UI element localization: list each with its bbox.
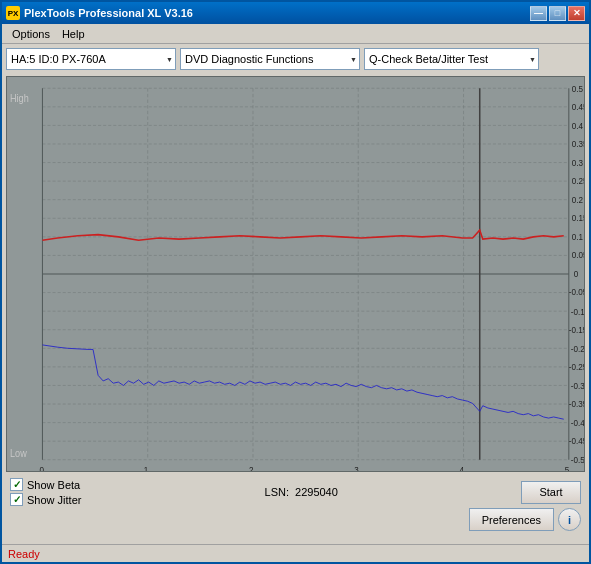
svg-text:-0.45: -0.45 <box>569 436 584 447</box>
close-button[interactable]: ✕ <box>568 6 585 21</box>
title-bar-left: PX PlexTools Professional XL V3.16 <box>6 6 193 20</box>
svg-text:-0.3: -0.3 <box>571 380 584 391</box>
svg-text:2: 2 <box>249 465 254 471</box>
svg-text:0.2: 0.2 <box>572 195 583 206</box>
lsn-label: LSN: <box>265 486 289 498</box>
menu-options[interactable]: Options <box>6 26 56 42</box>
svg-text:-0.2: -0.2 <box>571 343 584 354</box>
svg-text:Low: Low <box>10 448 27 460</box>
toolbar: HA:5 ID:0 PX-760A DVD Diagnostic Functio… <box>2 44 589 74</box>
bottom-row1: Show Beta Show Jitter LSN: 2295040 Start <box>10 478 581 506</box>
test-select[interactable]: Q-Check Beta/Jitter Test <box>364 48 539 70</box>
svg-text:High: High <box>10 92 29 104</box>
svg-text:-0.35: -0.35 <box>569 398 584 409</box>
menu-help[interactable]: Help <box>56 26 91 42</box>
function-select[interactable]: DVD Diagnostic Functions <box>180 48 360 70</box>
svg-text:-0.1: -0.1 <box>571 306 584 317</box>
bottom-panel: Show Beta Show Jitter LSN: 2295040 Start… <box>2 474 589 544</box>
svg-text:0.05: 0.05 <box>572 250 584 261</box>
preferences-button[interactable]: Preferences <box>469 508 554 531</box>
svg-text:0.15: 0.15 <box>572 213 584 224</box>
svg-text:-0.4: -0.4 <box>571 418 584 429</box>
svg-text:0: 0 <box>574 269 579 280</box>
show-jitter-label: Show Jitter <box>10 493 81 506</box>
svg-text:0.45: 0.45 <box>572 101 584 112</box>
svg-text:5: 5 <box>565 465 570 471</box>
test-select-wrapper: Q-Check Beta/Jitter Test <box>364 48 539 70</box>
svg-text:4: 4 <box>459 465 464 471</box>
svg-text:3: 3 <box>354 465 359 471</box>
show-jitter-text: Show Jitter <box>27 494 81 506</box>
checkboxes-column: Show Beta Show Jitter <box>10 478 81 506</box>
lsn-section: LSN: 2295040 <box>265 486 338 498</box>
svg-text:-0.05: -0.05 <box>569 287 584 298</box>
svg-text:-0.25: -0.25 <box>569 361 584 372</box>
status-bar: Ready <box>2 544 589 562</box>
show-beta-text: Show Beta <box>27 479 80 491</box>
drive-select-wrapper: HA:5 ID:0 PX-760A <box>6 48 176 70</box>
bottom-row2: Preferences i <box>10 508 581 531</box>
svg-text:0: 0 <box>39 465 44 471</box>
svg-text:0.25: 0.25 <box>572 176 584 187</box>
svg-text:-0.15: -0.15 <box>569 324 584 335</box>
chart-area: 0.5 0.45 0.4 0.35 0.3 0.25 0.2 0.15 0.1 … <box>6 76 585 472</box>
svg-text:0.4: 0.4 <box>572 120 583 131</box>
app-icon: PX <box>6 6 20 20</box>
window-title: PlexTools Professional XL V3.16 <box>24 7 193 19</box>
minimize-button[interactable]: — <box>530 6 547 21</box>
chart-svg: 0.5 0.45 0.4 0.35 0.3 0.25 0.2 0.15 0.1 … <box>7 77 584 471</box>
title-bar: PX PlexTools Professional XL V3.16 — □ ✕ <box>2 2 589 24</box>
svg-text:-0.5: -0.5 <box>571 455 584 466</box>
show-beta-label: Show Beta <box>10 478 81 491</box>
main-window: PX PlexTools Professional XL V3.16 — □ ✕… <box>0 0 591 564</box>
svg-text:0.1: 0.1 <box>572 232 583 243</box>
menu-bar: Options Help <box>2 24 589 44</box>
info-button[interactable]: i <box>558 508 581 531</box>
svg-text:0.3: 0.3 <box>572 158 583 169</box>
function-select-wrapper: DVD Diagnostic Functions <box>180 48 360 70</box>
window-controls: — □ ✕ <box>530 6 585 21</box>
maximize-button[interactable]: □ <box>549 6 566 21</box>
show-beta-checkbox[interactable] <box>10 478 23 491</box>
status-text: Ready <box>8 548 40 560</box>
lsn-value: 2295040 <box>295 486 338 498</box>
start-button[interactable]: Start <box>521 481 581 504</box>
drive-select[interactable]: HA:5 ID:0 PX-760A <box>6 48 176 70</box>
svg-text:0.35: 0.35 <box>572 138 584 149</box>
show-jitter-checkbox[interactable] <box>10 493 23 506</box>
svg-text:0.5: 0.5 <box>572 83 583 94</box>
svg-text:1: 1 <box>144 465 149 471</box>
